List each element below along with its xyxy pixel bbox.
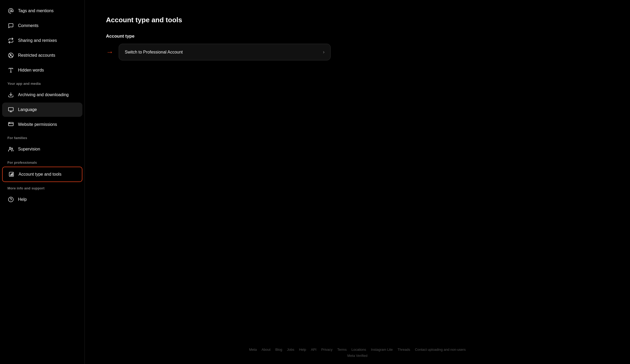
footer-link-help[interactable]: Help: [299, 348, 306, 352]
section-label-more-info: More info and support: [0, 183, 85, 192]
sidebar-item-restricted-accounts[interactable]: Restricted accounts: [2, 48, 82, 63]
sidebar-item-tags-mentions[interactable]: Tags and mentions: [2, 4, 82, 18]
hidden-words-icon: [7, 67, 14, 74]
sidebar-item-label: Supervision: [18, 147, 40, 152]
footer-link-threads[interactable]: Threads: [397, 348, 410, 352]
sidebar-item-label: Restricted accounts: [18, 53, 55, 58]
sidebar-item-language[interactable]: Language: [2, 103, 82, 117]
footer-link-privacy[interactable]: Privacy: [321, 348, 332, 352]
sidebar-item-archiving-downloading[interactable]: Archiving and downloading: [2, 88, 82, 102]
svg-rect-10: [8, 122, 13, 126]
red-arrow-icon: →: [106, 48, 113, 56]
footer-link-terms[interactable]: Terms: [337, 348, 347, 352]
restricted-icon: [7, 52, 14, 59]
svg-rect-16: [10, 175, 11, 176]
comment-icon: [7, 22, 14, 29]
footer-link-meta[interactable]: Meta: [249, 348, 257, 352]
footer-links: Meta About Blog Jobs Help API Privacy Te…: [249, 348, 465, 352]
switch-account-row: → Switch to Professional Account ›: [106, 44, 609, 60]
sidebar-item-label: Website permissions: [18, 122, 57, 127]
sidebar-item-label: Archiving and downloading: [18, 92, 69, 97]
section-label-for-professionals: For professionals: [0, 157, 85, 166]
footer: Meta About Blog Jobs Help API Privacy Te…: [85, 341, 630, 364]
sidebar-item-label: Help: [18, 197, 27, 202]
svg-point-14: [12, 148, 13, 149]
switch-professional-account-button[interactable]: Switch to Professional Account ›: [119, 44, 331, 60]
sidebar-item-label: Tags and mentions: [18, 8, 54, 13]
at-icon: [7, 7, 14, 14]
footer-link-about[interactable]: About: [261, 348, 270, 352]
svg-rect-18: [12, 173, 13, 176]
sidebar-item-website-permissions[interactable]: Website permissions: [2, 117, 82, 132]
sidebar-item-label: Language: [18, 107, 37, 112]
svg-rect-7: [8, 108, 13, 111]
footer-link-meta-verified[interactable]: Meta Verified: [347, 354, 367, 358]
svg-point-13: [10, 147, 11, 149]
language-icon: [7, 106, 14, 113]
sidebar-item-account-type-tools[interactable]: Account type and tools: [2, 167, 82, 182]
account-type-section-title: Account type: [106, 34, 609, 39]
switch-professional-account-label: Switch to Professional Account: [125, 50, 183, 55]
footer-link-jobs[interactable]: Jobs: [287, 348, 294, 352]
footer-link-api[interactable]: API: [311, 348, 316, 352]
sidebar-item-supervision[interactable]: Supervision: [2, 142, 82, 156]
sidebar: Tags and mentions Comments Sharing and r…: [0, 0, 85, 364]
download-icon: [7, 91, 14, 98]
sidebar-item-sharing-remixes[interactable]: Sharing and remixes: [2, 33, 82, 48]
sidebar-item-comments[interactable]: Comments: [2, 19, 82, 33]
sidebar-item-label: Sharing and remixes: [18, 38, 57, 43]
chart-icon: [8, 171, 15, 178]
section-label-for-families: For families: [0, 132, 85, 141]
footer-link-instagram-lite[interactable]: Instagram Lite: [371, 348, 393, 352]
chevron-right-icon: ›: [323, 49, 325, 55]
page-title: Account type and tools: [106, 16, 609, 24]
svg-rect-17: [11, 174, 12, 176]
footer-link-contact-uploading[interactable]: Contact uploading and non-users: [415, 348, 466, 352]
sidebar-item-label: Hidden words: [18, 68, 44, 73]
svg-point-3: [10, 54, 11, 55]
sidebar-item-help[interactable]: Help: [2, 192, 82, 207]
sidebar-item-label: Comments: [18, 23, 38, 28]
sidebar-item-label: Account type and tools: [19, 172, 61, 177]
footer-link-locations[interactable]: Locations: [351, 348, 366, 352]
footer-link-blog[interactable]: Blog: [275, 348, 282, 352]
supervision-icon: [7, 146, 14, 153]
help-icon: [7, 196, 14, 203]
svg-point-0: [10, 10, 12, 12]
sharing-icon: [7, 37, 14, 44]
section-label-your-app-media: Your app and media: [0, 78, 85, 87]
sidebar-item-hidden-words[interactable]: Hidden words: [2, 63, 82, 77]
svg-point-19: [8, 197, 13, 202]
main-content-area: Account type and tools Account type → Sw…: [85, 0, 630, 364]
website-icon: [7, 121, 14, 128]
footer-second-row: Meta Verified: [347, 354, 367, 358]
